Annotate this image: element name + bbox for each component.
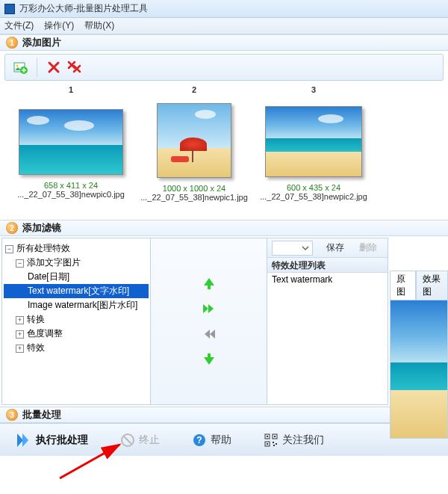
menu-action[interactable]: 操作(Y) [44,19,74,32]
section3-header: 3 批量处理 [0,407,448,423]
help-label: 帮助 [211,433,231,447]
delete-preset-button[interactable]: 删除 [353,240,383,256]
stop-label: 终止 [139,433,160,447]
tree-toggle-icon[interactable]: + [16,316,24,324]
menu-file[interactable]: 文件(Z) [4,19,34,32]
tree-add-text-image[interactable]: −添加文字图片 [4,256,149,270]
app-icon [4,4,15,14]
menu-help[interactable]: 帮助(X) [84,19,114,32]
execute-batch-button[interactable]: 执行批处理 [9,429,94,451]
effect-list-pane: 保存 删除 特效处理列表 Text watermark [267,238,388,405]
col-2: 2 [134,85,254,94]
add-image-button[interactable] [10,57,31,78]
effect-list-toolbar: 保存 删除 [267,238,388,258]
add-effect-button[interactable] [200,300,218,318]
toolbar-separator [37,58,37,77]
section1-header: 1 添加图片 [0,34,448,51]
stop-icon [121,433,134,447]
preview-tabs: 原图 效果图 [390,271,448,300]
tab-result[interactable]: 效果图 [416,271,448,300]
thumb-2-caption: 1000 x 1000 x 24 ..._22_07_55_38]newpic1… [140,184,248,202]
section2-title: 添加滤镜 [22,221,61,235]
tree-color-adjust[interactable]: +色度调整 [4,327,149,341]
section1-body: 1 2 3 658 x 411 x 24 ..._22_07_55_38]new… [0,54,448,220]
help-button[interactable]: ? 帮助 [187,430,237,450]
thumb-3-dims: 600 x 435 x 24 [260,183,367,192]
menubar: 文件(Z) 操作(Y) 帮助(X) [0,18,448,34]
section2-header: 2 添加滤镜 [0,220,448,236]
image-toolbar [4,54,444,81]
thumbs-row: 658 x 411 x 24 ..._22_07_55_38]newpic0.j… [0,96,448,220]
help-icon: ? [193,433,206,447]
preset-select[interactable] [272,241,313,256]
tree-toggle-icon[interactable]: + [16,345,24,353]
remove-icon [47,61,60,74]
follow-us-button[interactable]: 关注我们 [258,430,330,450]
clear-all-icon [67,61,82,74]
thumb-2-fname: ..._22_07_55_38]newpic1.jpg [140,193,248,202]
svg-rect-9 [267,436,268,437]
svg-rect-13 [276,443,277,445]
window-titlebar: 万彩办公大师-批量图片处理工具 [0,0,448,18]
move-down-button[interactable] [200,351,218,368]
effect-list-header: 特效处理列表 [267,258,388,273]
svg-text:?: ? [196,435,202,445]
double-arrow-left-icon [202,327,217,342]
stop-button[interactable]: 终止 [115,430,166,450]
arrow-up-icon [202,276,217,291]
section1-title: 添加图片 [22,36,61,49]
chevron-down-icon [301,244,310,253]
clear-all-button[interactable] [64,57,85,78]
tree-root[interactable]: −所有处理特效 [4,241,149,256]
thumb-2-image [157,103,231,178]
tree-effects[interactable]: +特效 [4,341,149,355]
double-arrow-right-icon [202,301,217,316]
svg-rect-14 [273,445,275,446]
thumb-2[interactable]: 1000 x 1000 x 24 ..._22_07_55_38]newpic1… [134,99,254,202]
svg-rect-12 [273,442,274,443]
thumb-1-fname: ..._22_07_55_38]newpic0.jpg [17,190,125,199]
save-preset-button[interactable]: 保存 [320,240,350,256]
move-up-button[interactable] [200,274,218,292]
preview-image [390,300,448,439]
step-badge-2: 2 [6,222,18,234]
tab-original[interactable]: 原图 [390,271,416,300]
effect-list-item[interactable]: Text watermark [272,274,383,285]
thumb-3[interactable]: 600 x 435 x 24 ..._22_07_55_38]newpic2.j… [254,99,373,202]
thumb-1[interactable]: 658 x 411 x 24 ..._22_07_55_38]newpic0.j… [7,99,134,202]
col-1: 1 [7,85,134,94]
tree-toggle-icon[interactable]: − [5,245,13,253]
svg-rect-11 [267,443,268,445]
arrow-down-icon [202,352,217,367]
tree-date[interactable]: Date[日期] [4,270,149,284]
thumbs-header: 1 2 3 [0,84,448,96]
window-title: 万彩办公大师-批量图片处理工具 [19,2,148,15]
add-image-icon [13,60,28,75]
section3-title: 批量处理 [22,408,61,422]
remove-image-button[interactable] [43,57,64,78]
effect-list[interactable]: Text watermark [267,273,388,404]
execute-batch-label: 执行批处理 [36,433,88,447]
col-3: 3 [254,85,373,94]
remove-effect-button[interactable] [200,325,218,343]
qrcode-icon [264,433,278,447]
thumb-3-fname: ..._22_07_55_38]newpic2.jpg [260,192,367,201]
play-icon [15,432,31,448]
tree-toggle-icon[interactable]: + [16,330,24,339]
tree-image-watermark[interactable]: Image watermark[图片水印] [4,298,149,312]
step-badge-3: 3 [6,409,18,421]
step-badge-1: 1 [6,37,18,49]
effects-tree[interactable]: −所有处理特效 −添加文字图片 Date[日期] Text watermark[… [1,238,151,405]
thumb-3-image [265,106,362,177]
thumb-1-image [19,109,123,175]
preview-pane: 原图 效果图 [390,271,448,442]
thumb-1-caption: 658 x 411 x 24 ..._22_07_55_38]newpic0.j… [17,181,125,199]
thumb-3-caption: 600 x 435 x 24 ..._22_07_55_38]newpic2.j… [260,183,367,201]
tree-convert[interactable]: +转换 [4,312,149,327]
tree-text-watermark[interactable]: Text watermark[文字水印] [4,284,149,298]
svg-rect-10 [274,436,276,437]
svg-point-1 [16,65,19,67]
thumb-2-dims: 1000 x 1000 x 24 [140,184,248,193]
tree-toggle-icon[interactable]: − [16,259,24,268]
thumb-1-dims: 658 x 411 x 24 [17,181,125,190]
